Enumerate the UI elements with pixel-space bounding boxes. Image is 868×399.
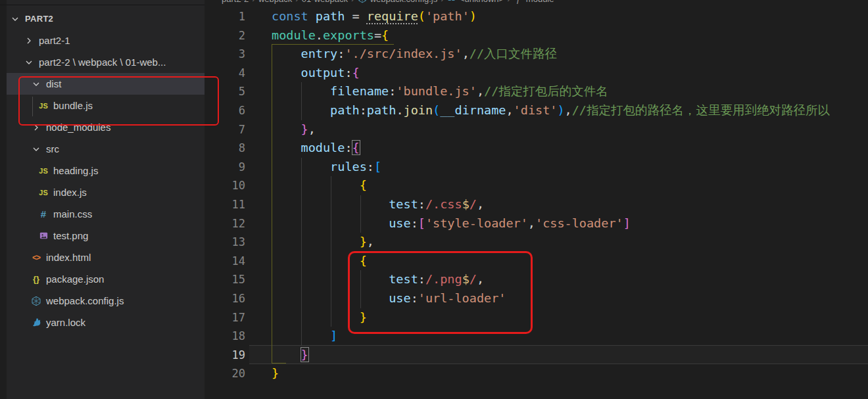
tree-item-label: main.css [53, 208, 92, 220]
code-line-1[interactable]: const path = require('path') [272, 7, 830, 26]
line-number-1[interactable]: 1 [205, 7, 245, 26]
breadcrumb-item-webpack-config-js[interactable]: webpack.config.js [370, 0, 438, 4]
line-number-9[interactable]: 9 [205, 158, 245, 177]
tree-folder-dist[interactable]: dist [7, 73, 205, 95]
code-line-20[interactable]: } [272, 364, 830, 383]
breadcrumb-item-unknown[interactable]: <unknown> [460, 0, 504, 4]
line-number-11[interactable]: 11 [205, 195, 245, 214]
line-number-3[interactable]: 3 [205, 45, 245, 64]
line-number-7[interactable]: 7 [205, 120, 245, 139]
tree-file-main-css[interactable]: #main.css [7, 203, 205, 225]
code-token: } [360, 310, 367, 324]
code-line-16[interactable]: use:'url-loader' [272, 289, 830, 308]
sidebar-left-strip [0, 0, 7, 399]
breadcrumb-separator: › [351, 0, 354, 4]
line-number-16[interactable]: 16 [205, 289, 245, 308]
code-token: path [316, 9, 345, 23]
line-number-6[interactable]: 6 [205, 101, 245, 120]
code-token: module [272, 28, 316, 42]
code-token: //指定打包的路径名，这里要用到绝对路径所以 [572, 103, 830, 117]
code-editor[interactable]: 1234567891011121314151617181920 const pa… [205, 0, 868, 399]
yarn-file-icon [30, 317, 42, 329]
line-number-4[interactable]: 4 [205, 64, 245, 83]
line-number-20[interactable]: 20 [205, 364, 245, 383]
tree-folder-part2-1[interactable]: part2-1 [7, 30, 205, 51]
module-icon: ƒ [514, 0, 523, 3]
breadcrumb-separator: › [252, 0, 255, 4]
code-line-2[interactable]: module.exports={ [272, 26, 830, 45]
code-token: { [360, 178, 367, 192]
line-number-19[interactable]: 19 [205, 346, 245, 365]
tree-file-yarn-lock[interactable]: yarn.lock [7, 312, 205, 333]
code-token: : [345, 141, 352, 154]
code-token: } [301, 122, 308, 136]
line-number-10[interactable]: 10 [205, 176, 245, 195]
code-line-4[interactable]: output:{ [272, 64, 830, 83]
breadcrumb-item-module[interactable]: module [526, 0, 554, 4]
code-line-19[interactable]: } [272, 346, 830, 365]
line-number-18[interactable]: 18 [205, 327, 245, 346]
code-token [272, 272, 389, 286]
tree-folder-src[interactable]: src [7, 138, 205, 160]
code-content: const path = require('path')module.expor… [272, 7, 830, 383]
code-line-12[interactable]: use:['style-loader','css-loader'] [272, 214, 830, 233]
tree-file-test-png[interactable]: test.png [7, 225, 205, 246]
code-token: / [470, 272, 477, 286]
vscode-window: OPEN EDITORS PART2part2-1part2-2 \ webpa… [0, 0, 868, 399]
tree-folder-part2-2-webpack-01-web[interactable]: part2-2 \ webpack \ 01-web... [7, 51, 205, 73]
line-number-15[interactable]: 15 [205, 270, 245, 289]
tree-item-label: PART2 [25, 14, 53, 24]
code-token: module [301, 141, 345, 154]
code-token [308, 9, 316, 23]
code-token: } [301, 348, 308, 362]
tree-item-label: dist [46, 78, 61, 89]
code-token: : [367, 160, 374, 174]
code-token: 'style-loader' [425, 216, 528, 230]
tree-folder-part2[interactable]: PART2 [7, 8, 205, 30]
tree-file-package-json[interactable]: {}package.json [7, 268, 205, 290]
code-token: rules [330, 160, 367, 174]
tree-file-bundle-js[interactable]: JSbundle.js [7, 95, 205, 116]
line-number-5[interactable]: 5 [205, 82, 245, 101]
line-number-17[interactable]: 17 [205, 308, 245, 327]
code-line-9[interactable]: rules:[ [272, 158, 830, 177]
chevron-right-icon [30, 122, 42, 133]
line-number-14[interactable]: 14 [205, 252, 245, 271]
breadcrumb-item-webpack[interactable]: webpack [258, 0, 292, 4]
code-token: output [301, 66, 345, 80]
code-token [272, 141, 301, 154]
tree-item-label: part2-1 [39, 35, 70, 46]
tree-file-index-js[interactable]: JSindex.js [7, 181, 205, 203]
open-editors-header[interactable]: OPEN EDITORS [7, 0, 80, 4]
code-line-5[interactable]: filename:'bundle.js',//指定打包后的文件名 [272, 82, 830, 101]
chevron-down-icon [30, 143, 42, 155]
tree-file-heading-js[interactable]: JSheading.js [7, 160, 205, 181]
code-token: , [477, 84, 484, 98]
line-number-12[interactable]: 12 [205, 214, 245, 233]
code-line-11[interactable]: test:/.css$/, [272, 195, 830, 214]
breadcrumb-item-part2-2[interactable]: part2-2 [222, 0, 249, 4]
code-line-17[interactable]: } [272, 308, 830, 327]
tree-file-webpack-config-js[interactable]: webpack.config.js [7, 290, 205, 312]
code-line-7[interactable]: }, [272, 120, 830, 139]
code-line-6[interactable]: path:path.join(__dirname,'dist'),//指定打包的… [272, 101, 830, 120]
line-number-13[interactable]: 13 [205, 233, 245, 252]
code-line-15[interactable]: test:/.png$/, [272, 270, 830, 289]
tree-folder-node-modules[interactable]: node_modules [7, 116, 205, 138]
code-line-8[interactable]: module:{ [272, 139, 830, 158]
code-line-14[interactable]: { [272, 252, 830, 271]
code-line-13[interactable]: }, [272, 233, 830, 252]
code-line-18[interactable]: ] [272, 327, 830, 346]
line-number-8[interactable]: 8 [205, 139, 245, 158]
code-token: entry [301, 47, 338, 60]
code-token: ( [433, 103, 440, 117]
line-number-2[interactable]: 2 [205, 26, 245, 45]
code-line-10[interactable]: { [272, 176, 830, 195]
code-line-3[interactable]: entry:'./src/index.js',//入口文件路径 [272, 45, 830, 64]
chevron-down-icon [9, 0, 18, 3]
tree-file-index-html[interactable]: <>index.html [7, 246, 205, 268]
code-token: './src/index.js' [345, 47, 462, 60]
breadcrumb[interactable]: part2-2›webpack›01-webpack›webpack.confi… [205, 0, 554, 6]
code-token: = [374, 28, 381, 42]
breadcrumb-item-01-webpack[interactable]: 01-webpack [302, 0, 348, 4]
